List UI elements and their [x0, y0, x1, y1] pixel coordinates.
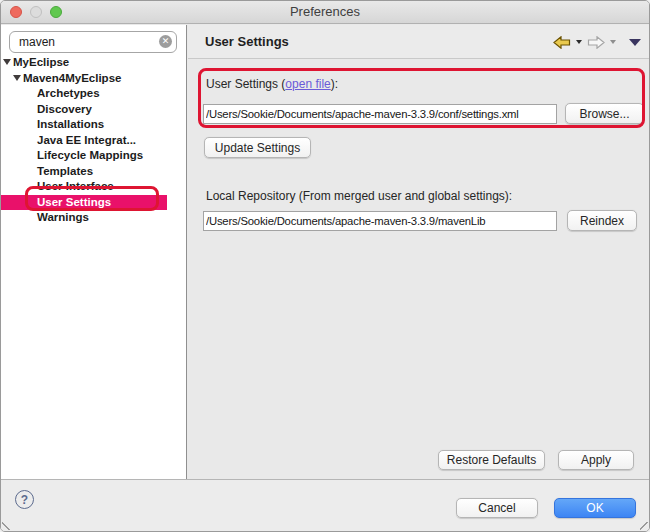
resize-grip-icon[interactable] [640, 522, 648, 530]
annotation-box-user-settings-item [25, 186, 159, 211]
local-repository-path-input[interactable] [203, 211, 557, 231]
filter-search-field: ✕ [9, 31, 177, 53]
dialog-footer: ? Cancel OK [1, 480, 650, 532]
panel-header: User Settings [188, 25, 649, 59]
window-title: Preferences [1, 4, 649, 19]
resize-grip-icon[interactable] [2, 522, 10, 530]
tree-item-templates[interactable]: Templates [1, 164, 185, 180]
disclosure-triangle-icon[interactable] [13, 75, 21, 81]
update-settings-button[interactable]: Update Settings [204, 137, 311, 158]
apply-button[interactable]: Apply [558, 450, 634, 470]
restore-defaults-button[interactable]: Restore Defaults [438, 450, 545, 470]
page-title: User Settings [205, 34, 289, 49]
back-dropdown-caret-icon[interactable] [576, 40, 582, 44]
view-menu-icon[interactable] [629, 39, 641, 46]
forward-arrow-icon[interactable] [587, 36, 605, 49]
reindex-button[interactable]: Reindex [567, 210, 637, 231]
title-bar: Preferences [1, 1, 649, 24]
local-repository-label: Local Repository (From merged user and g… [206, 189, 512, 203]
footer-divider [1, 479, 650, 480]
back-arrow-icon[interactable] [553, 36, 571, 49]
help-icon[interactable]: ? [15, 490, 34, 509]
annotation-box-user-settings-field [198, 68, 645, 128]
preferences-sidebar: ✕ MyEclipse Maven4MyEclipse Archetypes D… [1, 25, 187, 479]
cancel-button[interactable]: Cancel [456, 498, 538, 518]
tree-item-discovery[interactable]: Discovery [1, 102, 185, 118]
ok-button[interactable]: OK [554, 498, 636, 518]
search-input[interactable] [9, 31, 177, 53]
disclosure-triangle-icon[interactable] [3, 59, 11, 65]
tree-item-myeclipse[interactable]: MyEclipse [1, 55, 185, 71]
tree-item-installations[interactable]: Installations [1, 117, 185, 133]
tree-item-lifecycle-mappings[interactable]: Lifecycle Mappings [1, 148, 185, 164]
tree-item-warnings[interactable]: Warnings [1, 210, 185, 226]
history-navigation [553, 34, 641, 50]
tree-item-archetypes[interactable]: Archetypes [1, 86, 185, 102]
forward-dropdown-caret-icon[interactable] [610, 40, 616, 44]
preferences-dialog: Preferences ✕ MyEclipse Maven4MyEclipse … [0, 0, 650, 532]
tree-item-maven4myeclipse[interactable]: Maven4MyEclipse [1, 71, 185, 87]
tree-item-java-ee-integration[interactable]: Java EE Integrat... [1, 133, 185, 149]
clear-search-icon[interactable]: ✕ [159, 35, 172, 48]
